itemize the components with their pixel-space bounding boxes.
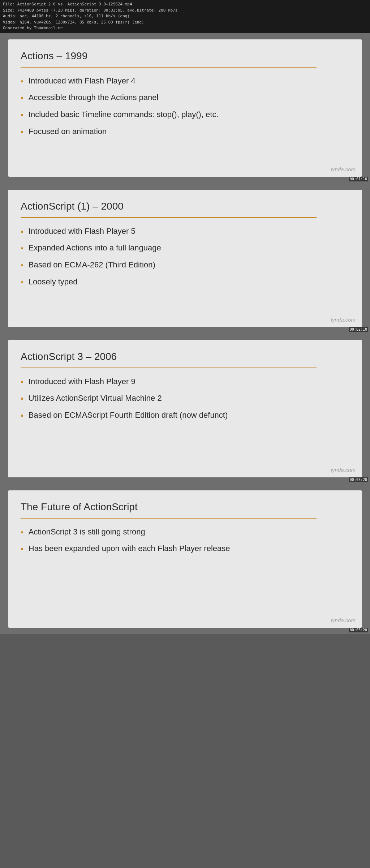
bullet-item-3-1: Introduced with Flash Player 9 — [21, 376, 349, 387]
file-info-line3: Audio: aac, 44100 Hz, 2 channels, s16, 1… — [3, 13, 367, 20]
slide-section-1: Actions – 1999Introduced with Flash Play… — [0, 33, 370, 183]
bullet-list-2: Introduced with Flash Player 5Expanded A… — [21, 226, 349, 288]
bullet-list-1: Introduced with Flash Player 4Accessible… — [21, 76, 349, 137]
bullet-item-1-4: Focused on animation — [21, 126, 349, 137]
bullet-item-1-1: Introduced with Flash Player 4 — [21, 76, 349, 87]
slide-section-3: ActionScript 3 – 2006Introduced with Fla… — [0, 334, 370, 484]
slide-section-2: ActionScript (1) – 2000Introduced with F… — [0, 183, 370, 334]
slide-1: Actions – 1999Introduced with Flash Play… — [8, 39, 362, 177]
slide-divider-4 — [21, 518, 317, 519]
bullet-item-2-3: Based on ECMA-262 (Third Edition) — [21, 259, 349, 271]
bullet-item-3-3: Based on ECMAScript Fourth Edition draft… — [21, 410, 349, 421]
slide-title-4: The Future of ActionScript — [21, 501, 349, 513]
slide-title-3: ActionScript 3 – 2006 — [21, 351, 349, 362]
bullet-list-3: Introduced with Flash Player 9Utilizes A… — [21, 376, 349, 421]
slide-2: ActionScript (1) – 2000Introduced with F… — [8, 190, 362, 327]
timestamp-1: 00:01:10 — [349, 177, 368, 181]
bullet-list-4: ActionScript 3 is still going strongHas … — [21, 527, 349, 554]
file-info-line4: Video: h264, yuv420p, 1280x724, 85 kb/s,… — [3, 20, 367, 26]
watermark-3: lynda.com — [331, 467, 356, 473]
timestamp-4: 00:03:20 — [349, 628, 368, 632]
watermark-4: lynda.com — [331, 617, 356, 623]
bullet-item-2-2: Expanded Actions into a full language — [21, 242, 349, 254]
watermark-2: lynda.com — [331, 317, 356, 323]
bullet-item-1-3: Included basic Timeline commands: stop()… — [21, 109, 349, 120]
file-info-line5: Generated by Thumbnail.me — [3, 25, 367, 31]
file-info-bar: File: ActionScript 2.0 vs. ActionScript … — [0, 0, 370, 33]
file-info-line2: Size: 7434409 bytes (7.28 MiB), duration… — [3, 8, 367, 14]
slides-container: Actions – 1999Introduced with Flash Play… — [0, 33, 370, 634]
bullet-item-2-4: Loosely typed — [21, 276, 349, 288]
bullet-item-3-2: Utilizes ActionScript Virtual Machine 2 — [21, 393, 349, 404]
slide-divider-1 — [21, 67, 317, 68]
bullet-item-1-2: Accessible through the Actions panel — [21, 92, 349, 103]
slide-4: The Future of ActionScriptActionScript 3… — [8, 490, 362, 628]
bullet-item-2-1: Introduced with Flash Player 5 — [21, 226, 349, 237]
timestamp-3: 00:03:20 — [349, 477, 368, 482]
slide-divider-3 — [21, 368, 317, 368]
slide-title-1: Actions – 1999 — [21, 50, 349, 62]
slide-section-4: The Future of ActionScriptActionScript 3… — [0, 484, 370, 634]
bullet-item-4-1: ActionScript 3 is still going strong — [21, 527, 349, 538]
slide-title-2: ActionScript (1) – 2000 — [21, 201, 349, 212]
timestamp-2: 00:02:10 — [349, 327, 368, 332]
file-info-line1: File: ActionScript 2.0 vs. ActionScript … — [3, 1, 367, 8]
watermark-1: lynda.com — [331, 166, 356, 172]
bullet-item-4-2: Has been expanded upon with each Flash P… — [21, 543, 349, 554]
slide-3: ActionScript 3 – 2006Introduced with Fla… — [8, 340, 362, 477]
slide-divider-2 — [21, 217, 317, 218]
